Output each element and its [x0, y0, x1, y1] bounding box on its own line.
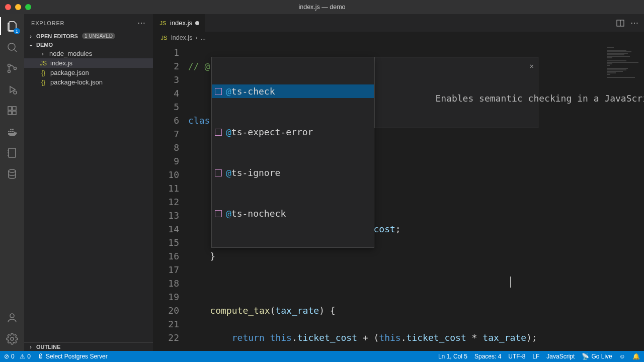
status-bell-icon[interactable]: 🔔 — [632, 353, 640, 360]
status-feedback-icon[interactable]: ☺ — [619, 353, 625, 360]
window-controls — [5, 4, 31, 10]
svg-rect-8 — [13, 107, 16, 110]
modified-dot-icon — [195, 21, 199, 25]
tree-folder-node-modules[interactable]: ›node_modules — [24, 49, 153, 58]
titlebar: index.js — demo — [0, 0, 644, 14]
js-file-icon: JS — [160, 35, 168, 41]
tab-index-js[interactable]: JS index.js — [153, 14, 206, 32]
project-section[interactable]: ⌄ DEMO — [24, 40, 153, 49]
tab-bar: JS index.js ⋯ — [153, 14, 644, 32]
database-icon[interactable] — [5, 167, 19, 181]
accounts-icon[interactable] — [5, 311, 19, 325]
snippet-icon — [215, 210, 222, 217]
chevron-down-icon: ⌄ — [27, 41, 34, 48]
status-indent[interactable]: Spaces: 4 — [474, 353, 501, 360]
settings-gear-icon[interactable] — [5, 332, 19, 346]
svg-point-10 — [9, 169, 16, 172]
status-eol[interactable]: LF — [532, 353, 539, 360]
svg-rect-5 — [8, 107, 12, 110]
chevron-right-icon: › — [27, 344, 34, 350]
project-name: DEMO — [36, 42, 53, 48]
json-file-icon: {} — [39, 79, 47, 86]
svg-point-11 — [10, 314, 14, 318]
status-go-live[interactable]: 📡 Go Live — [582, 353, 612, 360]
status-encoding[interactable]: UTF-8 — [508, 353, 525, 360]
outline-section[interactable]: › OUTLINE — [24, 342, 153, 351]
explorer-more-icon[interactable]: ⋯ — [137, 18, 146, 28]
breadcrumb[interactable]: JS index.js › ... — [153, 32, 644, 44]
svg-point-3 — [14, 67, 17, 70]
svg-point-1 — [8, 64, 11, 67]
suggest-item-ts-nocheck[interactable]: @ts-nocheck — [212, 207, 374, 220]
tab-actions: ⋯ — [611, 14, 644, 32]
chevron-right-icon: › — [39, 50, 46, 57]
svg-point-0 — [8, 43, 15, 50]
status-errors[interactable]: ⊘ 0 ⚠ 0 — [4, 353, 31, 360]
status-language[interactable]: JavaScript — [546, 353, 575, 360]
run-debug-icon[interactable] — [5, 82, 19, 97]
svg-rect-9 — [9, 148, 16, 157]
explorer-icon[interactable]: 1 — [5, 19, 19, 33]
chevron-right-icon: › — [27, 33, 34, 39]
svg-point-4 — [14, 91, 17, 94]
source-control-icon[interactable] — [5, 61, 19, 75]
code-editor[interactable]: 12345678910111213141516171819202122 // @… — [153, 44, 644, 351]
suggest-item-ts-check[interactable]: @ts-check — [212, 84, 374, 98]
minimap[interactable] — [599, 44, 644, 351]
suggest-item-ts-expect-error[interactable]: @ts-expect-error — [212, 125, 374, 139]
activity-bar: 1 — [0, 14, 24, 351]
intellisense-suggest[interactable]: @ts-check @ts-expect-error @ts-ignore @t… — [211, 57, 374, 248]
tab-label: index.js — [170, 19, 192, 27]
minimize-window-button[interactable] — [15, 4, 21, 10]
editor-more-icon[interactable]: ⋯ — [630, 18, 639, 28]
extensions-icon[interactable] — [5, 104, 19, 118]
close-window-button[interactable] — [5, 4, 11, 10]
js-file-icon: JS — [159, 20, 167, 26]
sidebar: EXPLORER ⋯ › OPEN EDITORS 1 UNSAVED ⌄ DE… — [24, 14, 153, 351]
svg-point-2 — [8, 70, 11, 73]
line-gutter: 12345678910111213141516171819202122 — [153, 44, 188, 351]
snippet-icon — [215, 169, 222, 176]
svg-rect-6 — [8, 111, 12, 115]
code-lines[interactable]: // @ clas this.date = date; this.ticket_… — [188, 44, 644, 351]
editor-area: JS index.js ⋯ JS index.js › ... 12345678… — [153, 14, 644, 351]
notebook-icon[interactable] — [5, 146, 19, 160]
unsaved-badge: 1 UNSAVED — [82, 33, 115, 39]
json-file-icon: {} — [39, 69, 47, 76]
snippet-icon — [215, 129, 222, 136]
snippet-icon — [215, 88, 222, 95]
status-cursor-position[interactable]: Ln 1, Col 5 — [438, 353, 467, 360]
explorer-label: EXPLORER — [31, 20, 64, 26]
svg-rect-7 — [13, 111, 16, 115]
tree-file-package-json[interactable]: {}package.json — [24, 68, 153, 77]
docker-icon[interactable] — [5, 125, 19, 139]
tree-file-package-lock[interactable]: {}package-lock.json — [24, 77, 153, 87]
open-editors-label: OPEN EDITORS — [36, 33, 78, 39]
status-postgres[interactable]: 🛢 Select Postgres Server — [38, 353, 108, 360]
text-cursor — [510, 277, 511, 288]
maximize-window-button[interactable] — [25, 4, 31, 10]
tree-file-index-js[interactable]: JSindex.js — [24, 58, 153, 68]
outline-label: OUTLINE — [36, 344, 60, 350]
svg-point-12 — [11, 337, 14, 340]
suggest-documentation: ✕ Enables semantic checking in a JavaScr… — [374, 57, 538, 128]
split-editor-icon[interactable] — [616, 19, 624, 27]
window-title: index.js — demo — [298, 4, 345, 11]
sidebar-header: EXPLORER ⋯ — [24, 14, 153, 32]
js-file-icon: JS — [39, 60, 47, 67]
status-bar: ⊘ 0 ⚠ 0 🛢 Select Postgres Server Ln 1, C… — [0, 351, 644, 362]
open-editors-section[interactable]: › OPEN EDITORS 1 UNSAVED — [24, 32, 153, 40]
suggest-item-ts-ignore[interactable]: @ts-ignore — [212, 166, 374, 179]
close-icon[interactable]: ✕ — [530, 59, 534, 73]
search-icon[interactable] — [5, 40, 19, 54]
